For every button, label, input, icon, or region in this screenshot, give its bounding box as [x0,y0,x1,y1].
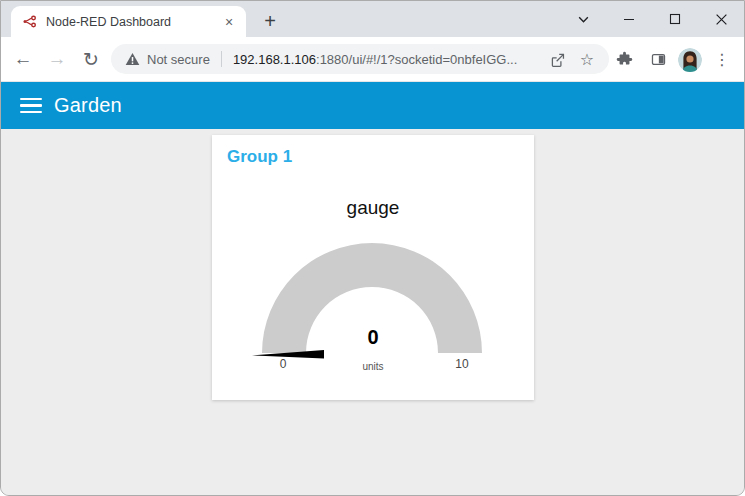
share-icon[interactable] [545,47,569,71]
browser-tab[interactable]: Node-RED Dashboard × [11,6,246,37]
forward-button[interactable]: → [41,43,73,75]
dashboard-content: Group 1 gauge 0 units 0 10 [1,129,744,496]
extensions-puzzle-icon[interactable] [610,46,638,74]
side-panel-icon[interactable] [644,46,672,74]
browser-menu-kebab-icon[interactable]: ⋮ [708,46,736,74]
bookmark-star-icon[interactable]: ☆ [575,47,599,71]
profile-avatar[interactable] [678,48,702,72]
maximize-button[interactable] [652,1,698,37]
reload-button[interactable]: ↻ [75,43,107,75]
gauge-min-label: 0 [253,357,313,371]
browser-toolbar: ← → ↻ Not secure 192.168.1.106:1880/ui/#… [1,37,744,82]
new-tab-button[interactable]: + [256,7,284,35]
gauge-value: 0 [212,326,534,349]
tab-strip: Node-RED Dashboard × + [1,1,744,37]
omnibox-divider [221,51,222,67]
group-card: Group 1 gauge 0 units 0 10 [212,135,534,400]
url-text: 192.168.1.106:1880/ui/#!/1?socketid=0nbf… [233,52,517,67]
dashboard-header: Garden [1,82,744,129]
minimize-button[interactable] [606,1,652,37]
not-secure-warning-icon [125,52,140,66]
node-red-favicon-icon [22,14,37,29]
close-window-button[interactable] [698,1,744,37]
dashboard-title: Garden [54,94,122,117]
tab-close-icon[interactable]: × [220,13,238,31]
url-path: :1880/ui/#!/1?socketid=0nbfeIGG... [316,52,517,67]
address-bar[interactable]: Not secure 192.168.1.106:1880/ui/#!/1?so… [111,44,609,74]
window-controls [560,1,744,37]
tab-title: Node-RED Dashboard [46,15,220,29]
gauge-max-label: 10 [432,357,492,371]
menu-hamburger-icon[interactable] [20,98,42,114]
toolbar-right: ⋮ [610,37,744,82]
back-button[interactable]: ← [7,43,39,75]
tab-search-chevron-icon[interactable] [560,1,606,37]
browser-window: Node-RED Dashboard × + ← → ↻ [0,0,745,496]
url-host: 192.168.1.106 [233,52,316,67]
security-status-label: Not secure [147,52,210,67]
